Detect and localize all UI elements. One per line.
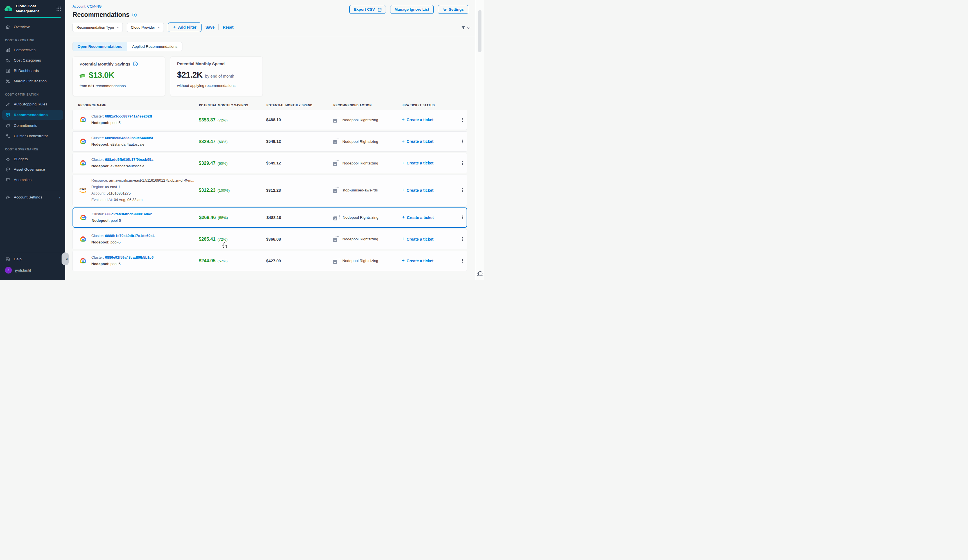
resource-cell: Cluster: 688c2fefc84fbdc99801a0a2 Nodepo…	[73, 212, 199, 223]
add-filter-button[interactable]: + Add Filter	[168, 23, 201, 32]
savings-percent: (60%)	[217, 140, 228, 144]
sidebar-item-help[interactable]: ? Help	[0, 254, 65, 264]
col-jira-ticket-status: JIRA TICKET STATUS	[402, 103, 458, 107]
user-menu[interactable]: J jyoti.bisht	[0, 264, 65, 276]
username: jyoti.bisht	[15, 268, 31, 272]
scrollbar-thumb[interactable]	[478, 10, 481, 52]
row-menu-kebab-icon[interactable]: ⋮	[458, 214, 467, 220]
create-ticket-button[interactable]: +Create a ticket	[402, 258, 458, 264]
resource-link[interactable]: 6888b1c70e49db17c1de60c4	[105, 234, 154, 238]
sidebar-item-anomalies[interactable]: Anomalies	[0, 175, 65, 185]
plus-icon: +	[402, 160, 405, 166]
potential-savings-value: $268.46(55%)	[199, 215, 267, 220]
create-ticket-button[interactable]: +Create a ticket	[402, 160, 458, 166]
resource-line: Cluster: 688c2fefc84fbdc99801a0a2	[92, 212, 152, 217]
tab-open-recommendations[interactable]: Open Recommendations	[73, 42, 127, 51]
section-label-cost-optimization: COST OPTIMIZATION	[0, 86, 65, 99]
save-filter-button[interactable]: Save	[206, 25, 215, 30]
hexagons-icon	[5, 133, 10, 139]
resource-link[interactable]: 688add6fb019b17f9bccb95a	[105, 157, 153, 162]
info-icon[interactable]: i	[132, 13, 137, 17]
table-row[interactable]: Cluster: 688c2fefc84fbdc99801a0a2 Nodepo…	[73, 207, 467, 228]
create-ticket-button[interactable]: +Create a ticket	[402, 236, 458, 242]
settings-button[interactable]: Settings	[438, 5, 468, 14]
row-menu-kebab-icon[interactable]: ⋮	[458, 160, 467, 166]
savings-percent: (72%)	[217, 118, 228, 122]
section-label-cost-reporting: COST REPORTING	[0, 32, 65, 45]
sidebar-item-perspectives[interactable]: Perspectives	[0, 45, 65, 55]
savings-percent: (60%)	[217, 161, 228, 166]
resource-line: Cluster: 6881a3ccc887941a4ee202ff	[91, 114, 152, 119]
export-csv-button[interactable]: Export CSV	[350, 5, 386, 14]
gear-icon	[443, 7, 447, 12]
rightsizing-icon	[333, 160, 339, 166]
divider	[4, 190, 61, 191]
app-switcher-icon[interactable]	[56, 6, 61, 11]
row-menu-kebab-icon[interactable]: ⋮	[458, 139, 467, 144]
reset-filter-button[interactable]: Reset	[223, 25, 233, 30]
resource-link[interactable]: 6886e92f59a48cad86b5b1c6	[105, 255, 154, 260]
sidebar-item-asset-governance[interactable]: $Asset Governance	[0, 164, 65, 175]
tab-applied-recommendations[interactable]: Applied Recommendations	[127, 42, 182, 51]
create-ticket-button[interactable]: +Create a ticket	[402, 214, 458, 220]
resource-value: 04 Aug, 06:33 am	[114, 198, 143, 202]
recommended-action: Nodepool Rightsizing	[333, 237, 402, 242]
sidebar-item-bi-dashboards[interactable]: BI Dashboards	[0, 66, 65, 76]
help-circle-icon[interactable]: ?	[133, 61, 138, 66]
sidebar-item-commitments[interactable]: Commitments	[0, 120, 65, 131]
shapes-icon	[5, 58, 10, 63]
row-menu-kebab-icon[interactable]: ⋮	[458, 258, 467, 264]
resource-line: Nodepool: e2standar4autoscale	[91, 164, 153, 168]
main-content: Account: CCM-NG Recommendations i Export…	[65, 0, 484, 280]
rightsizing-icon	[333, 215, 340, 220]
sidebar-item-overview[interactable]: Overview	[0, 22, 65, 32]
autostopping-icon	[5, 101, 10, 107]
resource-cell: Cluster: 688add6fb019b17f9bccb95a Nodepo…	[73, 158, 199, 168]
cloud-provider-dropdown[interactable]: Cloud Provider	[127, 23, 164, 32]
manage-ignore-list-button[interactable]: Manage Ignore List	[390, 5, 434, 14]
table-row[interactable]: Cluster: 68898c064e3e2ba0e544005f Nodepo…	[73, 131, 467, 152]
sidebar-item-cost-categories[interactable]: Cost Categories	[0, 55, 65, 66]
create-ticket-button[interactable]: +Create a ticket	[402, 117, 458, 123]
recommended-action: Nodepool Rightsizing	[333, 258, 402, 264]
resource-line: Nodepool: pool-5	[91, 262, 154, 266]
table-row[interactable]: Cluster: 6888b1c70e49db17c1de60c4 Nodepo…	[73, 229, 467, 249]
resource-link[interactable]: 68898c064e3e2ba0e544005f	[105, 136, 153, 140]
recommendation-type-dropdown[interactable]: Recommendation Type	[73, 23, 123, 32]
potential-monthly-savings-card: Potential Monthly Savings ? $13.0K from …	[73, 56, 165, 96]
row-menu-kebab-icon[interactable]: ⋮	[458, 117, 467, 123]
table-row[interactable]: Cluster: 688add6fb019b17f9bccb95a Nodepo…	[73, 153, 467, 173]
sidebar-item-autostopping-rules[interactable]: AutoStopping Rules	[0, 99, 65, 109]
sidebar-collapse-handle[interactable]: ◀	[61, 252, 69, 265]
create-ticket-button[interactable]: +Create a ticket	[402, 139, 458, 144]
potential-monthly-spend-card: Potential Monthly Spend $21.2K by end of…	[170, 56, 263, 96]
svg-text:$: $	[7, 159, 8, 160]
bar-chart-icon	[5, 47, 10, 53]
chevron-down-icon	[467, 26, 470, 29]
sidebar-item-margin-obfuscation[interactable]: Margin Obfuscation	[0, 76, 65, 86]
table-row[interactable]: Cluster: 6881a3ccc887941a4ee202ff Nodepo…	[73, 109, 467, 130]
potential-savings-value: $244.05(57%)	[199, 258, 266, 263]
recommended-action: Nodepool Rightsizing	[333, 117, 402, 123]
resource-link[interactable]: 688c2fefc84fbdc99801a0a2	[105, 212, 152, 216]
sidebar-item-cluster-orchestrator[interactable]: Cluster Orchestrator	[0, 131, 65, 141]
savings-percent: (57%)	[217, 259, 228, 263]
chat-support-icon[interactable]	[476, 270, 484, 278]
table-row[interactable]: Cluster: 6886e92f59a48cad86b5b1c6 Nodepo…	[73, 251, 467, 271]
sidebar-item-account-settings[interactable]: Account Settings ›	[0, 192, 65, 202]
create-ticket-button[interactable]: +Create a ticket	[402, 187, 458, 193]
sidebar-item-budgets[interactable]: $Budgets	[0, 154, 65, 164]
recommended-action: Nodepool Rightsizing	[333, 139, 402, 144]
resource-link[interactable]: 6881a3ccc887941a4ee202ff	[105, 114, 152, 118]
svg-text:$: $	[7, 168, 8, 171]
filter-panel-toggle[interactable]	[461, 25, 469, 30]
plus-icon: +	[402, 258, 405, 264]
recommended-action: Nodepool Rightsizing	[333, 160, 402, 166]
row-menu-kebab-icon[interactable]: ⋮	[458, 236, 467, 242]
table-row[interactable]: aws Resource: arn:aws:rds:us-east-1:5116…	[73, 175, 467, 206]
row-menu-kebab-icon[interactable]: ⋮	[458, 187, 467, 193]
resource-cell: Cluster: 6888b1c70e49db17c1de60c4 Nodepo…	[73, 234, 199, 245]
page-header: Account: CCM-NG Recommendations i Export…	[65, 0, 484, 18]
sidebar-item-recommendations[interactable]: Recommendations	[2, 110, 63, 120]
scrollbar[interactable]	[475, 0, 484, 280]
